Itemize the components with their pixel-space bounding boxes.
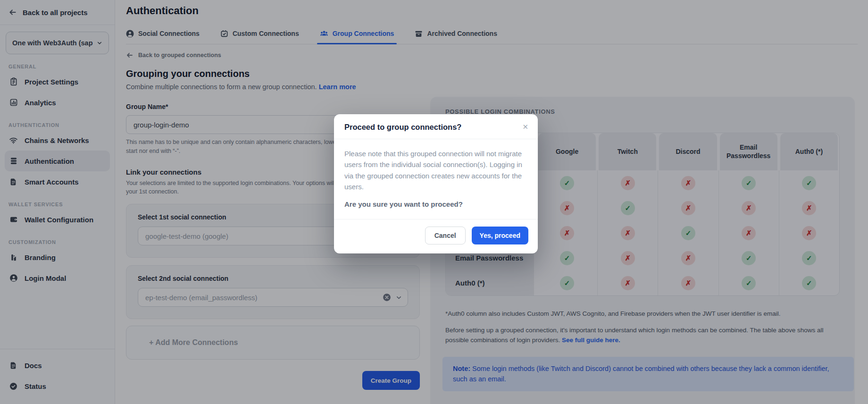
cancel-button[interactable]: Cancel (425, 227, 466, 244)
modal-title: Proceed to group connections? (344, 123, 527, 132)
modal-body-text: Please note that this grouped connection… (344, 148, 527, 192)
confirm-modal: Proceed to group connections? ✕ Please n… (334, 114, 538, 253)
close-icon[interactable]: ✕ (520, 121, 530, 133)
modal-question: Are you sure you want to proceed? (344, 200, 527, 208)
confirm-button[interactable]: Yes, proceed (472, 227, 528, 244)
